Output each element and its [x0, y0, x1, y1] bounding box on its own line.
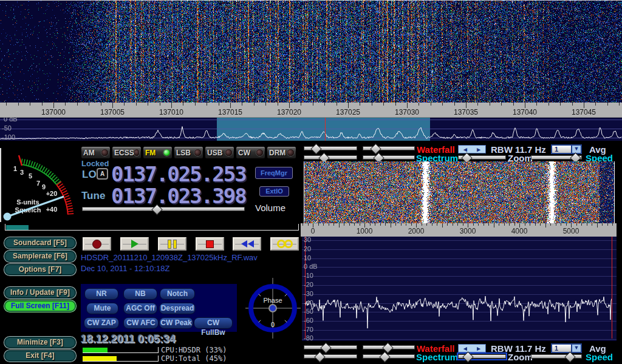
- spin-right-icon[interactable]: ▸: [477, 345, 480, 352]
- cw-afc-button[interactable]: CW AFC: [123, 317, 159, 329]
- minimize-button[interactable]: Minimize [F3]: [4, 337, 76, 348]
- phase-value: 0: [271, 321, 275, 328]
- extio-button[interactable]: ExtIO: [259, 186, 289, 197]
- avg-select-value: 1: [552, 345, 571, 352]
- avg-select[interactable]: 1 ▼: [551, 343, 582, 353]
- led-indicator: [256, 149, 263, 156]
- cw-zap-button[interactable]: CW ZAP: [84, 317, 119, 329]
- volume-slider[interactable]: [82, 206, 245, 212]
- led-indicator: [101, 149, 108, 156]
- frequency-tick-label: 137040: [513, 108, 537, 116]
- cpu-hdsdr-fill: [83, 348, 108, 352]
- frequency-tick-label: 137005: [100, 108, 125, 116]
- speed-slider[interactable]: [531, 354, 582, 359]
- freq-mgr-button[interactable]: FreqMgr: [255, 167, 293, 179]
- main-frequency-scale[interactable]: 137000 137005 137010 137015 137020 13702…: [0, 103, 622, 118]
- rbw-spinner[interactable]: ◂ ▸: [458, 145, 486, 153]
- spectrum-label[interactable]: Spectrum: [416, 353, 458, 362]
- slider-track[interactable]: [82, 207, 245, 211]
- mode-usb-button[interactable]: USB: [205, 146, 234, 159]
- main-waterfall-display[interactable]: [0, 1, 622, 103]
- waterfall-contrast-slider[interactable]: [363, 345, 415, 350]
- wav-file-date: Dec 10, 2011 - 12:10:18Z: [81, 264, 169, 273]
- frequency-tick-label: 137030: [395, 108, 419, 116]
- zoom-spectrum-display[interactable]: 30 20 10 0 dB -10 -20 -30 -40 -50 -60 -7…: [302, 237, 617, 341]
- mute-button[interactable]: Mute: [86, 303, 118, 314]
- mode-cw-button[interactable]: CW: [236, 146, 265, 159]
- main-spectrum-display[interactable]: 0 dB -50 -100: [0, 118, 622, 141]
- db-axis-label: -50: [304, 308, 313, 315]
- zoom-slider[interactable]: [458, 155, 506, 160]
- zoom-waterfall-display[interactable]: [304, 161, 615, 223]
- pause-button[interactable]: [158, 237, 186, 251]
- mode-am-button[interactable]: AM: [81, 146, 111, 159]
- avg-select[interactable]: 1 ▼: [551, 144, 582, 154]
- nr-button[interactable]: NR: [84, 288, 118, 300]
- s-meter-tick-label: +20: [46, 190, 58, 197]
- dsp-panel: NR NB Notch Mute AGC Off Despread CW ZAP…: [81, 284, 237, 332]
- dropdown-arrow-icon[interactable]: ▼: [571, 146, 581, 153]
- squelch-marker[interactable]: [19, 155, 22, 166]
- mode-ecss-button[interactable]: ECSS: [112, 146, 142, 159]
- phase-center-dot: [270, 305, 276, 311]
- play-button[interactable]: [120, 237, 149, 251]
- tune-frequency-display[interactable]: 0137.023.398: [111, 187, 246, 204]
- exit-button[interactable]: Exit [F4]: [4, 350, 76, 362]
- db-axis-label: 0 dB: [304, 263, 318, 270]
- waterfall-brightness-slider[interactable]: [304, 345, 357, 350]
- play-icon: [131, 240, 138, 248]
- zoom-frequency-scale[interactable]: 0 1000 2000 3000 4000 5000: [301, 223, 617, 237]
- progress-fill: [6, 225, 29, 230]
- slider-thumb[interactable]: [152, 204, 163, 215]
- soundcard-button[interactable]: Soundcard [F5]: [4, 237, 76, 249]
- despread-button[interactable]: Despread: [159, 303, 196, 314]
- loop-button[interactable]: [270, 237, 299, 251]
- zoom-panel-controls-top: Waterfall ◂ ▸ RBW 11.7 Hz 1 ▼ Avg Spectr…: [302, 144, 622, 163]
- cw-fullbw-button[interactable]: CW FullBw: [194, 317, 233, 329]
- spectrum-brightness-slider[interactable]: [304, 155, 357, 160]
- lo-auto-badge[interactable]: A: [97, 168, 108, 180]
- rewind-icon: [241, 240, 254, 248]
- spin-left-icon[interactable]: ◂: [463, 345, 467, 352]
- db-axis-label: 10: [304, 254, 311, 261]
- spin-right-icon[interactable]: ▸: [477, 146, 480, 153]
- db-axis-label: 0 dB: [4, 118, 18, 123]
- led-indicator: [134, 149, 139, 156]
- dropdown-arrow-icon[interactable]: ▼: [571, 345, 581, 352]
- cw-peak-button[interactable]: CW Peak: [159, 317, 193, 329]
- waterfall-contrast-slider[interactable]: [363, 146, 415, 151]
- spectrum-contrast-slider[interactable]: [363, 354, 415, 359]
- notch-button[interactable]: Notch: [160, 288, 195, 300]
- mode-drm-button[interactable]: DRM: [267, 146, 296, 159]
- cpu-hdsdr-bar: [83, 347, 159, 353]
- nb-button[interactable]: NB: [123, 288, 157, 300]
- playback-progress-bar[interactable]: [5, 224, 299, 231]
- waterfall-brightness-slider[interactable]: [304, 146, 357, 151]
- phase-dial[interactable]: Phase 0: [244, 276, 302, 340]
- agc-button[interactable]: AGC Off: [123, 303, 157, 314]
- mode-lsb-button[interactable]: LSB: [174, 146, 203, 159]
- lo-frequency-display[interactable]: 0137.025.253: [111, 166, 246, 183]
- spectrum-contrast-slider[interactable]: [363, 155, 415, 160]
- mode-label: DRM: [269, 149, 285, 157]
- stop-button[interactable]: [196, 237, 224, 251]
- zoom-tick-label: 4000: [511, 227, 528, 235]
- zoom-tick-label: 0: [311, 227, 315, 235]
- zoom-slider[interactable]: [458, 354, 506, 359]
- speed-slider[interactable]: [531, 155, 582, 160]
- samplerate-button[interactable]: Samplerate [F6]: [4, 251, 76, 262]
- rbw-spinner[interactable]: ◂ ▸: [458, 344, 486, 352]
- fullscreen-button[interactable]: Full Screen [F11]: [4, 300, 76, 312]
- record-button[interactable]: [83, 237, 111, 251]
- mode-fm-button[interactable]: FM: [143, 146, 173, 159]
- zoom-label: Zoom: [508, 353, 533, 362]
- spectrum-brightness-slider[interactable]: [304, 354, 357, 359]
- s-meter-units-label: S-units: [16, 198, 39, 206]
- info-update-button[interactable]: Info / Update [F9]: [4, 287, 76, 298]
- rewind-button[interactable]: [233, 237, 261, 251]
- s-meter[interactable]: 1 3 5 7 9 +20 +40 S-units Squelch: [1, 146, 80, 231]
- zoom-tick-label: 2000: [408, 227, 425, 235]
- frequency-tick-label: 137035: [454, 108, 478, 116]
- options-button[interactable]: Options [F7]: [4, 264, 76, 275]
- avg-select-value: 1: [552, 146, 571, 153]
